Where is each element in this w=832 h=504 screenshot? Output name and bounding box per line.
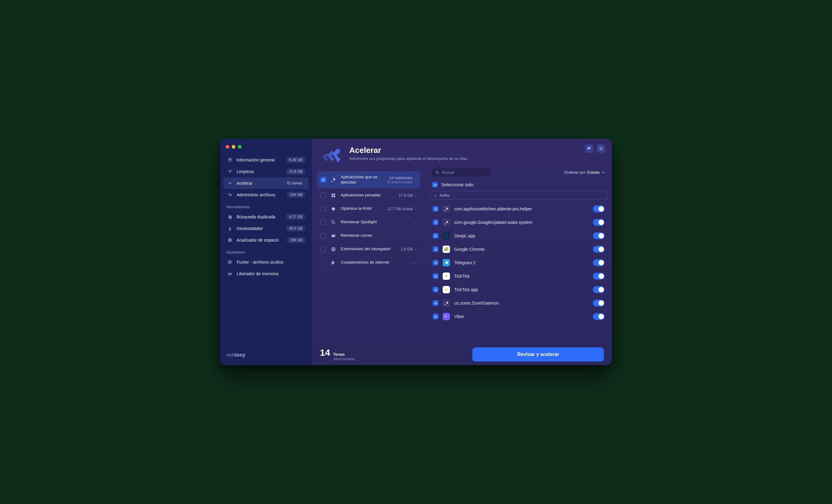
- category-browser-extensions[interactable]: Extensiones del navegador 1.8 GB ›: [317, 243, 420, 256]
- item-checkbox[interactable]: [433, 300, 438, 306]
- sidebar-item-clean[interactable]: Limpieza 21.9 GB: [223, 166, 309, 177]
- item-checkbox[interactable]: [433, 287, 438, 292]
- category-heavy-apps[interactable]: Aplicaciones pesadas 17.6 GB ›: [317, 189, 420, 202]
- app-icon: [443, 219, 450, 226]
- svg-rect-15: [332, 194, 333, 195]
- select-all-row: Seleccionar todo: [425, 179, 612, 191]
- list-item[interactable]: Google Chrome: [430, 243, 607, 256]
- item-checkbox[interactable]: [433, 247, 438, 252]
- sidebar-item-duplicates[interactable]: Búsqueda duplicada 4.17 GB: [223, 211, 309, 223]
- list-item[interactable]: DeepL.app: [430, 229, 607, 243]
- item-toggle[interactable]: [593, 273, 604, 280]
- item-name: DeepL.app: [454, 233, 589, 238]
- category-name: Complementos de internet: [341, 260, 407, 265]
- item-toggle[interactable]: [593, 205, 604, 212]
- item-checkbox[interactable]: [433, 273, 438, 279]
- item-name: com.google.GoogleUpdater.wake.system: [454, 220, 589, 225]
- svg-rect-21: [332, 234, 335, 237]
- item-toggle[interactable]: [593, 300, 604, 306]
- uninstall-icon: [227, 225, 233, 231]
- chevron-right-icon: ›: [415, 177, 417, 182]
- category-checkbox[interactable]: [320, 177, 326, 183]
- detail-controls: Ordenar por Estado: [425, 168, 612, 179]
- broom-icon: [227, 169, 233, 175]
- svg-point-7: [229, 261, 231, 263]
- category-value: 1.8 GB ›: [401, 247, 417, 252]
- zoom-window-button[interactable]: [238, 145, 241, 149]
- item-toggle[interactable]: [593, 313, 604, 320]
- category-name: Aplicaciones pesadas: [341, 193, 394, 198]
- category-checkbox[interactable]: [320, 233, 326, 239]
- chevron-right-icon: ›: [415, 260, 417, 265]
- item-checkbox[interactable]: [433, 260, 438, 265]
- main-panel: Acelerar Administre sus programas para o…: [312, 139, 612, 365]
- category-list: Aplicaciones que se ejecutan 14 habilita…: [312, 168, 425, 343]
- speedup-hero-icon: [320, 146, 344, 164]
- category-column: Aplicaciones que se ejecutan 14 habilita…: [312, 168, 425, 343]
- category-checkbox[interactable]: [320, 193, 326, 198]
- sidebar-item-uninstaller[interactable]: Desinstalador 36.3 GB: [223, 223, 309, 234]
- list-item[interactable]: com.google.GoogleUpdater.wake.system: [430, 216, 607, 229]
- category-value: - ›: [411, 260, 417, 265]
- category-internet-plugins[interactable]: Complementos de internet - ›: [317, 256, 420, 269]
- category-name: Extensiones del navegador: [341, 247, 396, 252]
- app-icon: [443, 232, 450, 240]
- mail-icon: [330, 233, 336, 239]
- minimize-window-button[interactable]: [232, 145, 235, 149]
- item-checkbox[interactable]: [433, 314, 438, 319]
- category-checkbox[interactable]: [320, 260, 326, 265]
- sidebar: Información general 6.28 GB Limpieza 21.…: [220, 139, 312, 365]
- category-reindex-spotlight[interactable]: Reindexar Spotlight ›: [317, 216, 420, 229]
- svg-point-20: [332, 221, 334, 223]
- list-item[interactable]: com.apphousekitchen.aldente-pro.helper: [430, 202, 607, 216]
- sidebar-item-badge: 6.28 GB: [286, 157, 305, 163]
- review-and-speedup-button[interactable]: Revisar y acelerar: [472, 347, 604, 362]
- category-checkbox[interactable]: [320, 206, 326, 212]
- item-name: Viber: [454, 314, 589, 319]
- select-all-checkbox[interactable]: [432, 182, 438, 188]
- list-item[interactable]: us.zoom.ZoomDaemon: [430, 296, 607, 310]
- category-reindex-mail[interactable]: Reindexar correo ›: [317, 229, 420, 242]
- feedback-icon[interactable]: [585, 144, 594, 153]
- sidebar-item-label: Búsqueda duplicada: [237, 214, 283, 219]
- category-startup-apps[interactable]: Aplicaciones que se ejecutan 14 habilita…: [317, 171, 420, 188]
- sidebar-item-memory[interactable]: Liberador de memoria: [223, 268, 309, 280]
- category-checkbox[interactable]: [320, 220, 326, 225]
- item-name: TickTick: [454, 274, 589, 279]
- list-item[interactable]: TickTick.app: [430, 283, 607, 296]
- search-box[interactable]: [432, 168, 490, 176]
- search-input[interactable]: [442, 170, 487, 175]
- svg-rect-19: [332, 208, 335, 210]
- item-checkbox[interactable]: [433, 233, 438, 239]
- close-window-button[interactable]: [226, 145, 229, 149]
- item-toggle[interactable]: [593, 246, 604, 253]
- item-toggle[interactable]: [593, 219, 604, 226]
- item-toggle[interactable]: [593, 259, 604, 266]
- item-checkbox[interactable]: [433, 206, 438, 212]
- svg-rect-17: [332, 195, 333, 197]
- item-toggle[interactable]: [593, 232, 604, 239]
- item-checkbox[interactable]: [433, 220, 438, 225]
- sidebar-item-label: Administrar archivos: [237, 192, 283, 197]
- chevron-right-icon: ›: [415, 233, 417, 238]
- sidebar-item-speedup[interactable]: Acelerar 62 tareas: [223, 177, 309, 189]
- list-item[interactable]: Telegram 2: [430, 256, 607, 270]
- sidebar-item-manage-files[interactable]: Administrar archivos 254 GB: [223, 189, 309, 201]
- footer-summary: 14 Tareas seleccionado: [320, 347, 355, 361]
- category-name: Reindexar correo: [341, 233, 411, 238]
- category-optimize-ram[interactable]: Optimice la RAM 12.7 GB usada ›: [317, 202, 420, 215]
- category-value: 17.6 GB ›: [398, 193, 417, 198]
- help-icon[interactable]: [597, 144, 605, 153]
- list-item[interactable]: Viber: [430, 310, 607, 323]
- sidebar-item-overview[interactable]: Información general 6.28 GB: [223, 154, 309, 166]
- item-toggle[interactable]: [593, 286, 604, 293]
- sidebar-item-disk-analyzer[interactable]: Analizador de espacio 258 GB: [223, 234, 309, 246]
- sort-dropdown[interactable]: Ordenar por Estado: [564, 170, 605, 175]
- group-header-active[interactable]: Activo: [430, 191, 607, 200]
- grid-icon: [330, 192, 336, 198]
- app-icon: [443, 205, 450, 213]
- list-item[interactable]: TickTick: [430, 270, 607, 283]
- category-value: 12.7 GB usada ›: [387, 206, 417, 211]
- sidebar-item-funter[interactable]: Funter - archivos ocultos: [223, 256, 309, 268]
- category-checkbox[interactable]: [320, 247, 326, 252]
